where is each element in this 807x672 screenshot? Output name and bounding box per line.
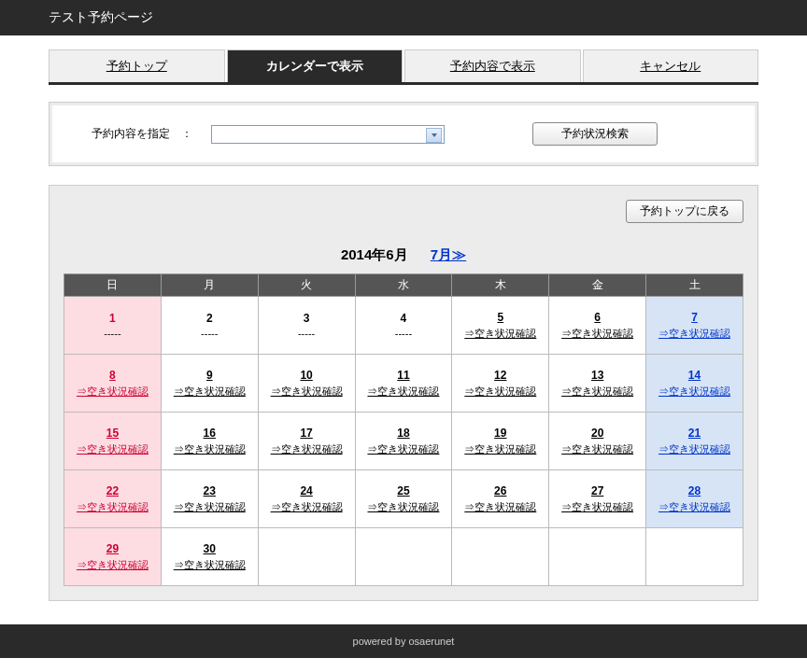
calendar-cell[interactable]: 6⇒空き状況確認: [549, 297, 646, 355]
availability-link[interactable]: ⇒空き状況確認: [261, 385, 353, 399]
calendar-cell[interactable]: 7⇒空き状況確認: [646, 297, 743, 355]
calendar-cell[interactable]: 17⇒空き状況確認: [258, 413, 355, 470]
day-number: 3: [261, 312, 353, 325]
availability-link[interactable]: ⇒空き状況確認: [163, 500, 256, 514]
day-number: 23: [163, 484, 256, 497]
day-number: 28: [648, 484, 741, 497]
tab-bar: 予約トップカレンダーで表示予約内容で表示キャンセル: [49, 49, 758, 85]
availability-link[interactable]: ⇒空き状況確認: [261, 442, 353, 456]
calendar-cell[interactable]: 26⇒空き状況確認: [452, 470, 549, 528]
calendar-cell[interactable]: 19⇒空き状況確認: [452, 413, 549, 470]
day-number: 26: [454, 484, 546, 497]
calendar-cell-empty: [549, 528, 646, 586]
reservation-type-select[interactable]: [211, 125, 445, 144]
calendar-cell[interactable]: 10⇒空き状況確認: [258, 355, 355, 413]
tab-3[interactable]: キャンセル: [583, 49, 759, 82]
availability-link[interactable]: ⇒空き状況確認: [454, 327, 546, 341]
calendar-cell[interactable]: 9⇒空き状況確認: [161, 355, 258, 413]
weekday-header: 水: [355, 274, 452, 297]
availability-link[interactable]: ⇒空き状況確認: [551, 327, 644, 341]
availability-link[interactable]: ⇒空き状況確認: [66, 385, 159, 399]
weekday-header: 火: [258, 274, 355, 297]
calendar-cell[interactable]: 25⇒空き状況確認: [355, 470, 452, 528]
calendar-cell[interactable]: 28⇒空き状況確認: [646, 470, 743, 528]
no-availability: -----: [66, 328, 159, 339]
calendar-cell[interactable]: 16⇒空き状況確認: [161, 413, 258, 470]
availability-link[interactable]: ⇒空き状況確認: [648, 385, 741, 399]
calendar-cell[interactable]: 27⇒空き状況確認: [549, 470, 646, 528]
calendar-cell[interactable]: 11⇒空き状況確認: [355, 355, 452, 413]
weekday-header: 土: [646, 274, 743, 297]
availability-link[interactable]: ⇒空き状況確認: [454, 442, 546, 456]
availability-link[interactable]: ⇒空き状況確認: [261, 500, 353, 514]
calendar-cell[interactable]: 5⇒空き状況確認: [452, 297, 549, 355]
day-number: 10: [261, 369, 353, 382]
day-number: 19: [454, 427, 546, 440]
tab-0[interactable]: 予約トップ: [49, 49, 225, 82]
availability-link[interactable]: ⇒空き状況確認: [66, 442, 159, 456]
calendar-cell[interactable]: 14⇒空き状況確認: [646, 355, 743, 413]
calendar-cell[interactable]: 13⇒空き状況確認: [549, 355, 646, 413]
calendar-cell[interactable]: 29⇒空き状況確認: [64, 528, 162, 586]
availability-link[interactable]: ⇒空き状況確認: [551, 500, 644, 514]
calendar-cell-empty: [355, 528, 452, 586]
weekday-header: 日: [64, 274, 162, 297]
availability-link[interactable]: ⇒空き状況確認: [454, 500, 546, 514]
availability-link[interactable]: ⇒空き状況確認: [551, 442, 644, 456]
calendar-cell[interactable]: 15⇒空き状況確認: [64, 413, 162, 470]
calendar-panel: 予約トップに戻る 2014年6月 7月≫ 日月火水木金土 1-----2----…: [49, 185, 758, 601]
no-availability: -----: [261, 328, 353, 339]
calendar-cell[interactable]: 22⇒空き状況確認: [64, 470, 162, 528]
tab-1[interactable]: カレンダーで表示: [227, 49, 404, 82]
availability-link[interactable]: ⇒空き状況確認: [648, 500, 741, 514]
availability-link[interactable]: ⇒空き状況確認: [551, 385, 644, 399]
calendar-nav: 2014年6月 7月≫: [64, 246, 743, 264]
day-number: 12: [454, 369, 546, 382]
availability-link[interactable]: ⇒空き状況確認: [66, 500, 159, 514]
availability-link[interactable]: ⇒空き状況確認: [163, 442, 256, 456]
weekday-header: 金: [549, 274, 646, 297]
back-to-top-button[interactable]: 予約トップに戻る: [626, 200, 743, 223]
calendar-cell[interactable]: 30⇒空き状況確認: [161, 528, 258, 586]
calendar-cell[interactable]: 24⇒空き状況確認: [258, 470, 355, 528]
day-number: 2: [163, 312, 256, 325]
availability-link[interactable]: ⇒空き状況確認: [358, 385, 450, 399]
day-number: 27: [551, 484, 644, 497]
calendar-cell[interactable]: 12⇒空き状況確認: [452, 355, 549, 413]
day-number: 1: [66, 312, 159, 325]
availability-link[interactable]: ⇒空き状況確認: [648, 327, 741, 341]
availability-link[interactable]: ⇒空き状況確認: [648, 442, 741, 456]
calendar-cell[interactable]: 21⇒空き状況確認: [646, 413, 743, 470]
availability-link[interactable]: ⇒空き状況確認: [358, 442, 450, 456]
day-number: 20: [551, 427, 644, 440]
page-title: テスト予約ページ: [49, 9, 758, 26]
day-number: 6: [551, 311, 644, 324]
day-number: 11: [358, 369, 450, 382]
weekday-header: 木: [452, 274, 549, 297]
calendar-cell[interactable]: 23⇒空き状況確認: [161, 470, 258, 528]
day-number: 7: [648, 311, 741, 324]
no-availability: -----: [358, 328, 450, 339]
search-button[interactable]: 予約状況検索: [532, 122, 658, 146]
availability-link[interactable]: ⇒空き状況確認: [163, 385, 256, 399]
availability-link[interactable]: ⇒空き状況確認: [358, 500, 450, 514]
day-number: 25: [358, 484, 450, 497]
availability-link[interactable]: ⇒空き状況確認: [66, 558, 159, 572]
day-number: 30: [163, 542, 256, 555]
availability-link[interactable]: ⇒空き状況確認: [454, 385, 546, 399]
calendar-cell: 4-----: [355, 297, 452, 355]
day-number: 16: [163, 427, 256, 440]
day-number: 22: [66, 484, 159, 497]
calendar-cell-empty: [258, 528, 355, 586]
availability-link[interactable]: ⇒空き状況確認: [163, 558, 256, 572]
next-month-link[interactable]: 7月≫: [431, 246, 466, 262]
calendar-cell[interactable]: 18⇒空き状況確認: [355, 413, 452, 470]
calendar-cell[interactable]: 20⇒空き状況確認: [549, 413, 646, 470]
current-month: 2014年6月: [341, 246, 408, 262]
calendar-cell[interactable]: 8⇒空き状況確認: [64, 355, 162, 413]
calendar-cell: 1-----: [64, 297, 162, 355]
day-number: 15: [66, 427, 159, 440]
day-number: 8: [66, 369, 159, 382]
tab-2[interactable]: 予約内容で表示: [404, 49, 581, 82]
day-number: 5: [454, 311, 546, 324]
